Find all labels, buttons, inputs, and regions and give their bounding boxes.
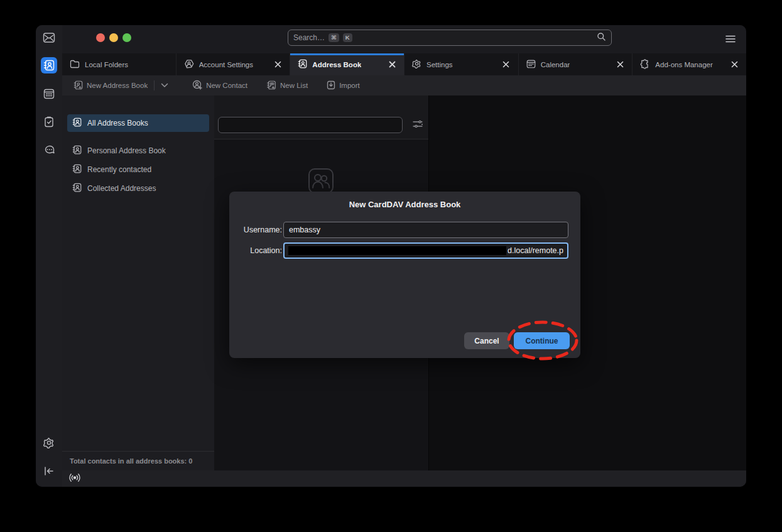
search-placeholder: Search…	[293, 33, 325, 42]
cmd-key-badge: ⌘	[329, 33, 339, 42]
folder-icon	[70, 60, 80, 70]
gear-icon	[412, 59, 421, 70]
calendar-icon	[526, 59, 536, 70]
tasks-icon	[44, 116, 54, 128]
location-label: Location:	[238, 246, 282, 255]
new-list-label: New List	[280, 82, 308, 89]
app-menu-button[interactable]	[725, 33, 736, 45]
tab-label: Address Book	[312, 61, 361, 68]
address-book-icon	[72, 117, 82, 129]
collapse-icon	[43, 466, 55, 476]
global-search-input[interactable]: Search… ⌘ K	[288, 30, 612, 46]
import-label: Import	[339, 82, 360, 89]
new-address-book-label: New Address Book	[87, 82, 148, 89]
k-key-badge: K	[343, 33, 352, 42]
new-contact-button[interactable]: New Contact	[187, 77, 253, 94]
tab-close-icon[interactable]	[730, 60, 739, 69]
cancel-button[interactable]: Cancel	[464, 332, 509, 349]
book-item-label: All Address Books	[87, 119, 148, 128]
address-book-icon	[72, 183, 82, 194]
dialog-title: New CardDAV Address Book	[229, 200, 580, 209]
book-item-collected-addresses[interactable]: Collected Addresses	[67, 180, 209, 197]
tab-close-icon[interactable]	[273, 60, 282, 69]
close-window-button[interactable]	[96, 33, 105, 42]
tab-label: Settings	[426, 61, 453, 68]
network-status-icon	[68, 473, 81, 485]
new-address-book-button[interactable]: New Address Book	[68, 78, 153, 94]
tab-label: Add-ons Manager	[655, 61, 712, 68]
search-icon	[597, 32, 606, 43]
address-books-pane: All Address Books Personal Address Book	[62, 95, 214, 470]
tab-account-settings[interactable]: Account Settings	[176, 53, 291, 75]
address-book-icon	[43, 60, 55, 71]
tab-close-icon[interactable]	[502, 60, 511, 69]
titlebar: Search… ⌘ K	[62, 25, 746, 53]
contacts-list-header	[214, 95, 428, 139]
new-address-book-icon	[73, 80, 83, 91]
spaces-settings-button[interactable]	[41, 435, 57, 451]
addressbook-toolbar: New Address Book New Contact	[62, 75, 746, 95]
tab-address-book[interactable]: Address Book	[290, 53, 405, 75]
location-field[interactable]: d.local/remote.p	[283, 242, 568, 259]
addressbook-space-button[interactable]	[41, 57, 57, 73]
import-button[interactable]: Import	[322, 78, 365, 94]
account-settings-icon	[184, 59, 194, 70]
tab-calendar[interactable]: Calendar	[519, 53, 633, 75]
address-book-icon	[72, 164, 82, 175]
collapse-spaces-button[interactable]	[41, 463, 57, 479]
address-book-icon	[298, 59, 307, 70]
new-list-icon	[266, 80, 276, 91]
username-label: Username:	[238, 225, 282, 234]
new-contact-icon	[192, 80, 202, 91]
chevron-down-icon	[161, 82, 168, 89]
minimize-window-button[interactable]	[109, 33, 118, 42]
tasks-space-button[interactable]	[41, 114, 57, 130]
new-list-button[interactable]: New List	[261, 78, 313, 94]
username-field[interactable]	[283, 222, 568, 238]
book-item-label: Collected Addresses	[87, 184, 156, 193]
puzzle-icon	[640, 59, 650, 70]
tab-label: Local Folders	[85, 61, 128, 68]
book-item-label: Recently contacted	[87, 165, 151, 174]
spaces-toolbar	[36, 25, 62, 487]
chat-space-button[interactable]	[41, 142, 57, 158]
gear-icon	[43, 437, 55, 448]
book-item-all-address-books[interactable]: All Address Books	[67, 114, 209, 132]
app-window: Search… ⌘ K Local Folders	[36, 25, 746, 487]
tab-settings[interactable]: Settings	[405, 53, 519, 75]
tab-close-icon[interactable]	[388, 60, 396, 69]
tab-close-icon[interactable]	[616, 60, 624, 69]
calendar-icon	[43, 88, 55, 99]
tab-bar: Local Folders Account Settings	[62, 53, 746, 75]
total-contacts-status: Total contacts in all address books: 0	[62, 451, 214, 470]
tab-label: Account Settings	[199, 61, 253, 68]
mail-space-button[interactable]	[41, 30, 57, 46]
tab-addons-manager[interactable]: Add-ons Manager	[633, 53, 746, 75]
display-options-button[interactable]	[412, 119, 423, 132]
new-address-book-split-button[interactable]: New Address Book	[68, 78, 173, 94]
redaction-bar	[288, 246, 506, 255]
status-bar	[62, 470, 746, 487]
continue-button[interactable]: Continue	[514, 332, 570, 349]
zoom-window-button[interactable]	[122, 33, 131, 42]
new-contact-label: New Contact	[206, 82, 247, 89]
tab-local-folders[interactable]: Local Folders	[62, 53, 176, 75]
contacts-search-input[interactable]	[218, 117, 403, 133]
tab-label: Calendar	[541, 61, 570, 68]
import-icon	[327, 80, 335, 91]
book-item-label: Personal Address Book	[87, 146, 166, 155]
address-book-icon	[72, 145, 82, 156]
location-visible-text: d.local/remote.p	[508, 246, 563, 255]
book-item-recently-contacted[interactable]: Recently contacted	[67, 161, 209, 178]
new-carddav-dialog: New CardDAV Address Book Username: Locat…	[229, 192, 580, 358]
chat-icon	[43, 144, 55, 156]
new-address-book-dropdown[interactable]	[156, 79, 173, 92]
book-item-personal-address-book[interactable]: Personal Address Book	[67, 142, 209, 160]
mail-icon	[43, 32, 55, 43]
calendar-space-button[interactable]	[41, 85, 57, 102]
